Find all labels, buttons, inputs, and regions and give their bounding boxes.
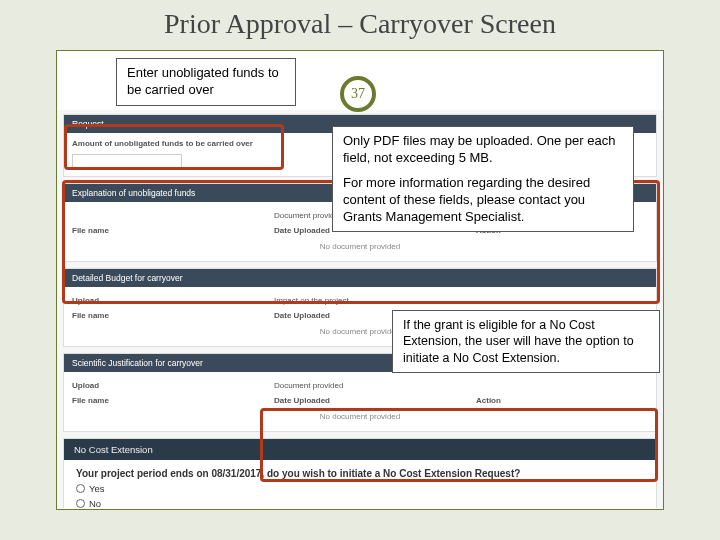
radio-icon (76, 484, 85, 493)
callout-nce: If the grant is eligible for a No Cost E… (392, 310, 660, 373)
slide-number-badge: 37 (340, 76, 376, 112)
doc-provided-label: Document provided (274, 381, 446, 390)
highlight-amount-field (64, 124, 284, 170)
callout-upload-contact: For more information regarding the desir… (343, 175, 623, 226)
col-filename: File name (72, 396, 244, 405)
callout-funds: Enter unobligated funds to be carried ov… (116, 58, 296, 106)
slide-title: Prior Approval – Carryover Screen (0, 8, 720, 40)
callout-upload-rules: Only PDF files may be uploaded. One per … (343, 133, 623, 167)
callout-upload: Only PDF files may be uploaded. One per … (332, 126, 634, 232)
nce-no-label: No (89, 498, 101, 508)
col-date: Date Uploaded (274, 396, 446, 405)
nce-option-no[interactable]: No (76, 498, 644, 508)
col-action: Action (476, 396, 648, 405)
nce-yes-label: Yes (89, 483, 105, 494)
radio-icon (76, 499, 85, 508)
nce-option-yes[interactable]: Yes (76, 483, 644, 494)
col-filename: File name (72, 311, 244, 320)
upload-label[interactable]: Upload (72, 381, 244, 390)
highlight-nce-section (260, 408, 658, 482)
